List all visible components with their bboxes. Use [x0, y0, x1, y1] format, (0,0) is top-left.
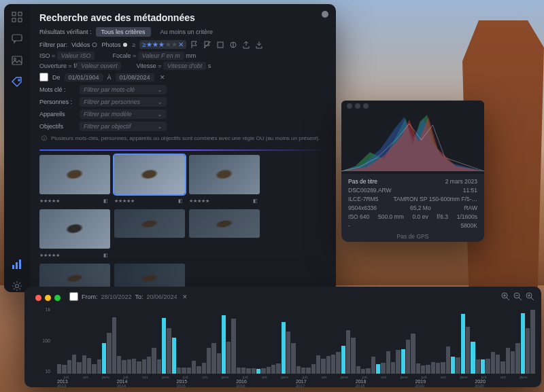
info-icon: ⓘ [39, 134, 48, 143]
grid-icon[interactable] [11, 11, 23, 23]
gear-icon[interactable] [11, 280, 23, 292]
people-label: Personnes : [39, 99, 76, 105]
info-time: 11:51 [463, 187, 477, 194]
aperture-input[interactable]: Valeur ouvert [77, 62, 121, 70]
info-date: 2 mars 2023 [445, 178, 477, 185]
thumbnail[interactable] [114, 209, 185, 260]
iso-label: ISO = [39, 52, 55, 59]
zoom-out-icon[interactable] [513, 292, 522, 301]
info-camera: ILCE-7RM5 [348, 196, 378, 202]
timeline-x-axis: juil.oct.janv.20132013juil.oct.janv.2014… [57, 375, 534, 386]
info-focal: 500.0 mm [378, 213, 404, 220]
keywords-input[interactable]: Filtrer par mots-clé⌄ [80, 85, 167, 94]
window-traffic-lights[interactable] [29, 289, 67, 306]
window-action-icon[interactable] [320, 10, 329, 18]
timeline-window: From: 28/10/2022 To: 20/06/2024 ✕ 1k 100… [24, 287, 541, 387]
lenses-label: Objectifs [39, 123, 76, 130]
aperture-label: Ouverture = f/ [39, 63, 77, 69]
date-from-input[interactable]: 01/01/1904 [65, 73, 103, 82]
info-wb-dash: - [348, 222, 350, 229]
info-size: 65,2 Mo [410, 204, 431, 211]
svg-point-14 [123, 43, 127, 47]
tag-icon[interactable] [11, 76, 23, 88]
flag-off-icon[interactable] [203, 40, 212, 49]
app-sidebar [4, 4, 30, 292]
info-text: Plusieurs mots-clés, personnes, appareil… [51, 135, 320, 141]
timeline-enable-checkbox[interactable] [69, 292, 78, 301]
timeline-from-label: From: [82, 293, 98, 300]
timeline-y-axis: 1k 100 10 [31, 307, 53, 374]
flag-icon[interactable] [190, 40, 199, 49]
photo-info-panel: Pas de titre2 mars 2023 DSC00269.ARW11:5… [341, 101, 484, 242]
devices-input[interactable]: Filtrer par modèle⌄ [80, 109, 167, 119]
thumbnail[interactable] [189, 209, 260, 260]
zoom-in-icon[interactable] [526, 292, 534, 301]
page-title: Recherche avec des métadonnées [39, 12, 326, 23]
info-format: RAW [464, 204, 477, 211]
thumbnail-selected[interactable]: ★★★★★◧ [114, 155, 185, 205]
thumb-badge-icon: ◧ [176, 196, 185, 205]
svg-point-12 [322, 11, 328, 18]
thumbnail[interactable]: ★★★★★◧ [39, 155, 110, 205]
rating-filter[interactable]: ≥★★★★★ ✕ [139, 40, 186, 49]
import-icon[interactable] [255, 40, 264, 49]
info-title: Pas de titre [348, 178, 377, 185]
svg-point-11 [16, 285, 19, 288]
info-nogps: Pas de GPS [348, 233, 477, 240]
export-icon[interactable] [242, 40, 251, 49]
thumb-badge-icon: ◧ [251, 196, 260, 205]
date-from-label: De [52, 74, 61, 81]
window-dots[interactable] [347, 103, 369, 109]
svg-rect-5 [12, 56, 22, 65]
filter-videos-toggle[interactable]: Vidéos [71, 41, 97, 48]
svg-rect-4 [12, 35, 22, 41]
thumb-rating: ★★★★★ [114, 198, 135, 204]
speed-label: Vitesse = [136, 63, 161, 69]
lenses-input[interactable]: Filtrer par objectif⌄ [80, 122, 167, 131]
thumb-rating: ★★★★★ [39, 253, 60, 258]
svg-rect-8 [12, 265, 14, 269]
info-ev: 0.0 ev [413, 213, 428, 220]
chat-icon[interactable] [11, 33, 23, 45]
timeline-clear-icon[interactable]: ✕ [181, 292, 190, 301]
verify-any-button[interactable]: Au moins un critère [155, 27, 219, 37]
verify-all-button[interactable]: Tous les critères [96, 27, 151, 37]
svg-rect-2 [12, 18, 16, 22]
info-dimensions: 9504x6336 [348, 204, 377, 211]
timeline-from-input[interactable]: 28/10/2022 [101, 293, 132, 300]
focal-input[interactable]: Valeur F en m [138, 52, 184, 60]
svg-rect-0 [12, 12, 16, 16]
info-filename: DSC00269.ARW [348, 187, 392, 194]
date-to-input[interactable]: 01/08/2024 [116, 73, 154, 82]
zoom-fit-icon[interactable] [501, 292, 510, 301]
metadata-search-window: Recherche avec des métadonnées Résultats… [4, 4, 336, 292]
date-enable-checkbox[interactable] [39, 73, 48, 82]
adjust-icon[interactable] [229, 40, 238, 49]
image-icon[interactable] [11, 54, 23, 67]
people-input[interactable]: Filtrer par personnes⌄ [80, 97, 167, 107]
timeline-to-input[interactable]: 20/06/2024 [147, 293, 177, 300]
svg-rect-1 [18, 12, 22, 16]
thumb-badge-icon: ◧ [101, 196, 110, 205]
filter-photos-toggle[interactable]: Photos [101, 41, 128, 48]
crop-icon[interactable] [216, 40, 225, 49]
svg-point-13 [92, 43, 97, 47]
thumb-rating: ★★★★★ [39, 198, 60, 204]
thumbnail[interactable]: ★★★★★◧ [39, 209, 110, 260]
info-aperture: f/6.3 [437, 213, 448, 220]
verify-label: Résultats vérifiant : [39, 29, 92, 35]
stats-icon[interactable] [11, 258, 23, 270]
speed-input[interactable]: Vitesse d'obt [163, 62, 206, 70]
timeline-chart[interactable] [57, 307, 534, 374]
date-clear-icon[interactable]: ✕ [158, 73, 167, 82]
histogram [341, 101, 484, 174]
thumb-badge-icon: ◧ [101, 251, 110, 260]
thumbnail[interactable]: ★★★★★◧ [189, 155, 260, 205]
results-grid: ★★★★★◧ ★★★★★◧ ★★★★★◧ ★★★★★◧ [39, 155, 326, 292]
svg-point-6 [14, 58, 16, 60]
date-to-label: À [107, 74, 112, 81]
iso-input[interactable]: Valeur ISO [57, 52, 95, 60]
focal-label: Focale = [112, 52, 136, 59]
info-wb: 5800K [460, 222, 477, 229]
thumb-rating: ★★★★★ [189, 198, 209, 204]
